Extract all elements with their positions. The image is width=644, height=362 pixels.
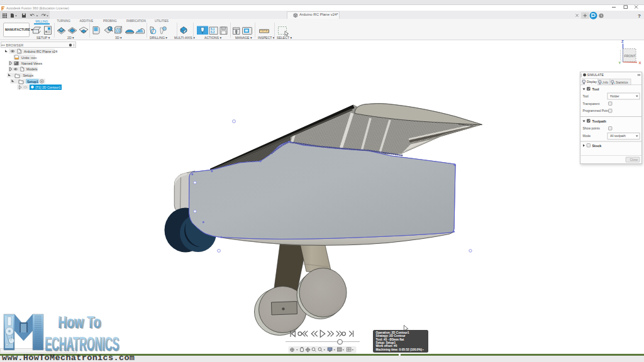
svg-text:Units: mm: Units: mm xyxy=(21,56,37,60)
svg-text:Info: Info xyxy=(603,80,608,84)
svg-text:Tool: Tool xyxy=(583,94,589,98)
svg-text:BROWSER: BROWSER xyxy=(6,43,24,47)
svg-text:Setups: Setups xyxy=(23,74,34,77)
svg-text:Stock: Stock xyxy=(592,144,602,148)
svg-text:[T1] 2D Contour1: [T1] 2D Contour1 xyxy=(36,85,61,89)
svg-text:Close: Close xyxy=(630,158,638,162)
svg-text:Transparent: Transparent xyxy=(583,101,600,105)
svg-text:Setup1: Setup1 xyxy=(27,80,38,84)
svg-text:Z: Z xyxy=(621,40,624,43)
svg-text:Toolpath: Toolpath xyxy=(592,119,606,123)
svg-text:Display: Display xyxy=(587,80,597,84)
svg-text:Tool: Tool xyxy=(592,87,599,90)
svg-text:Statistics: Statistics xyxy=(616,80,628,84)
svg-text:How To: How To xyxy=(58,313,101,332)
svg-text:FRONT: FRONT xyxy=(625,54,636,58)
svg-text:Models: Models xyxy=(26,67,38,71)
svg-text:Holder: Holder xyxy=(610,94,619,97)
svg-text:All toolpath: All toolpath xyxy=(610,134,626,138)
svg-text:Programmed Point: Programmed Point xyxy=(583,109,609,112)
svg-text:ECHATRONICS: ECHATRONICS xyxy=(45,333,119,353)
svg-text:Arduino RC Plane v24: Arduino RC Plane v24 xyxy=(24,50,57,53)
svg-text:X: X xyxy=(639,61,641,65)
svg-text:Show points: Show points xyxy=(583,126,601,130)
svg-text:Y: Y xyxy=(619,61,621,65)
svg-text:Mode: Mode xyxy=(583,134,591,138)
svg-text:SIMULATE: SIMULATE xyxy=(587,73,604,77)
svg-text:Named Views: Named Views xyxy=(21,62,42,65)
